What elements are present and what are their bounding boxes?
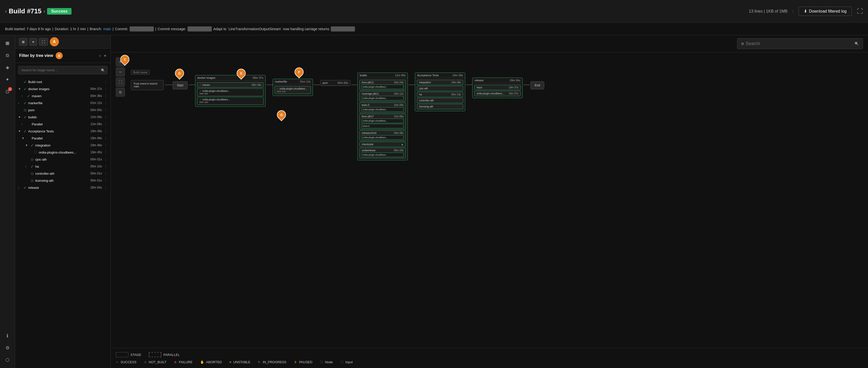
sub-input[interactable]: input 19m 37s <box>474 85 521 90</box>
more-icon[interactable]: ⋮ <box>104 185 107 189</box>
close-icon[interactable]: ✕ <box>104 54 106 58</box>
chevron-down-icon: ▼ <box>18 116 22 119</box>
download-filtered-log-button[interactable]: ⬇ Download filtered log <box>799 6 852 16</box>
more-icon[interactable]: ⋮ <box>104 101 107 105</box>
more-icon[interactable]: ⋮ <box>104 172 107 176</box>
sub-integration-at[interactable]: integration 19m 48s <box>417 80 463 85</box>
tree-item-cjoc-ath[interactable]: ⊖ cjoc-ath 00m 01s ⋮ <box>15 156 111 163</box>
end-node[interactable]: End <box>530 81 544 89</box>
in-progress-label: IN_PROGRESS <box>262 360 286 364</box>
build-started: Build started: 7 days 8 hr ago <box>5 27 51 31</box>
filter-canvas-button[interactable]: ⧉ <box>116 88 125 97</box>
more-icon[interactable]: ⋮ <box>104 80 107 84</box>
pin-g: G <box>277 110 286 119</box>
sidebar-icon-layers[interactable]: ⧉ <box>2 50 13 61</box>
tree-item-pom[interactable]: ⊖ pom 00m 00s ⋮ <box>15 106 111 114</box>
tree-item-ha[interactable]: › ✓ ha 05m 10s ⋮ <box>15 163 111 170</box>
tab-expand[interactable]: ⛶ <box>39 38 48 45</box>
stage-pom[interactable]: pom 00m 00s <box>320 80 350 86</box>
tree-item-licensing-ath[interactable]: ⊖ licensing-ath 00m 01s ⋮ <box>15 177 111 184</box>
branch-link[interactable]: main <box>103 27 111 31</box>
sub-controller-at[interactable]: controller-ath <box>417 98 463 103</box>
sub-cjoc-ath-at[interactable]: cjoc-ath <box>417 86 463 91</box>
sub-checkstyle[interactable]: checkstyle ▲ <box>360 142 406 147</box>
sidebar-icon-info[interactable]: ℹ <box>2 330 13 341</box>
star-icon[interactable]: ☆ <box>99 54 102 58</box>
more-icon[interactable]: ⋮ <box>104 136 107 140</box>
back-arrow[interactable]: ‹ <box>5 8 7 14</box>
tree-item-release[interactable]: › ✓ release 28m 04s ⋮ <box>15 184 111 191</box>
tree-item-markerfile[interactable]: › ✓ markerfile 01m 12s ⋮ <box>15 99 111 106</box>
sub-licensing-at[interactable]: licensing-ath <box>417 104 463 109</box>
tree-item-build-root[interactable]: ✓ Build root ⋮ <box>15 78 111 85</box>
sidebar-icon-history[interactable]: ⊡ 1 <box>2 86 13 97</box>
status-success-icon: ✓ <box>23 101 27 105</box>
branch-label: Branch: <box>90 27 102 31</box>
stage-acceptance-tests[interactable]: Acceptance Tests 19m 49s integration 19m… <box>415 72 465 111</box>
user-avatar[interactable]: A <box>50 37 59 46</box>
duration: Duration: 1 hr 2 min <box>55 27 86 31</box>
sidebar-icon-analytics[interactable]: ◈ <box>2 62 13 73</box>
sub-docker-1[interactable]: ✓ordia-plugin-cloudbees... 09m 08s <box>197 88 264 96</box>
sidebar-icon-dashboard[interactable]: ⊞ <box>2 38 13 49</box>
status-pending-icon: ⊖ <box>23 108 27 112</box>
tree-item-acceptance-tests[interactable]: ▼ ✓ Acceptance Tests 19m 49s ⋮ <box>15 128 111 135</box>
sidebar-icon-link[interactable]: ⬡ <box>2 355 13 366</box>
tree-item-ordia-plugins[interactable]: ☐ ordia-plugins-cloudbees... 19m 45s ⋮ <box>15 149 111 156</box>
more-icon[interactable]: ⋮ <box>104 122 107 126</box>
fullscreen-button[interactable]: ⛶ <box>857 8 863 15</box>
pipeline-canvas[interactable]: + − ⛶ ⧉ C Build cause <box>111 52 868 348</box>
stage-release[interactable]: release 28m 04s input 19m 37s ordia-plug… <box>472 78 523 98</box>
commit-msg-blur: xxxxxxxx <box>188 26 212 31</box>
more-icon[interactable]: ⋮ <box>104 87 107 91</box>
sub-maven[interactable]: ✓maven00m 36s <box>197 82 264 88</box>
sub-ha-at[interactable]: ha 05m 13s <box>417 92 463 97</box>
success-icon: ✓ <box>116 360 119 364</box>
sub-coverage-jdk11[interactable]: coverage-jdk11 10m 12s ordia-plugin-clou… <box>360 91 406 102</box>
stage-builds[interactable]: builds 12m 09s linux-jdk11 10m 24s ordia… <box>358 72 408 160</box>
tree-item-parallel-builds[interactable]: › Parallel 12m 08s ⋮ <box>15 121 111 128</box>
tree-item-integration[interactable]: ▼ ✓ integration 19m 48s ⋮ <box>15 142 111 149</box>
tree-item-controller-ath[interactable]: ⊖ controller-ath 00m 01s ⋮ <box>15 170 111 177</box>
stage-markerfile[interactable]: markerfile 01m 12s ✓ ordia-plugin-cloudb… <box>273 79 313 96</box>
paused-icon: ⏸ <box>294 360 297 364</box>
sub-linux-jdk11[interactable]: linux-jdk11 10m 24s ordia-plugin-cloudbe… <box>360 80 406 90</box>
sub-linux-jdk17[interactable]: linux-jdk17 12m 08s ordia-plugin-cloudbe… <box>360 114 406 130</box>
search-input[interactable] <box>746 41 852 46</box>
more-icon[interactable]: ⋮ <box>104 150 107 154</box>
search-submit-icon[interactable]: 🔍 <box>855 42 859 45</box>
push-event-node[interactable]: Push event to branch main <box>131 80 164 90</box>
more-icon[interactable]: ⋮ <box>104 157 107 161</box>
stage-search-input[interactable] <box>18 66 107 74</box>
tree-item-docker-images[interactable]: ▼ ✓ docker images 00m 37s ⋮ <box>15 85 111 92</box>
start-node[interactable]: Start <box>173 81 188 89</box>
tab-list[interactable]: ≡ <box>29 38 37 45</box>
more-icon[interactable]: ⋮ <box>104 164 107 168</box>
more-icon[interactable]: ⋮ <box>104 179 107 183</box>
sub-tests-0[interactable]: tests-0 10m 09s ordia-plugin-cloudbees..… <box>360 102 406 113</box>
more-icon[interactable]: ⋮ <box>104 129 107 133</box>
tree-item-maven[interactable]: › ✓ maven 00m 36s ⋮ <box>15 92 111 99</box>
more-icon[interactable]: ⋮ <box>104 108 107 112</box>
search-bar: ⧉ 🔍 <box>737 38 863 49</box>
stage-legend-label: STAGE <box>130 353 141 357</box>
sidebar-icon-settings[interactable]: ⚙ <box>2 342 13 354</box>
sub-urdiarelease[interactable]: urdiarelease 05m 29s ordia-plugin-cloudb… <box>360 148 406 158</box>
fit-to-screen-button[interactable]: ⛶ <box>116 78 125 87</box>
sub-release-ordia[interactable]: ordia-plugin-cloudbees... 10m 37s <box>474 91 521 96</box>
panel-header: Filter by tree view B ☆ ✕ <box>15 49 111 63</box>
sidebar-icon-plugins[interactable]: ✦ <box>2 74 13 85</box>
tree-item-parallel-at[interactable]: ▼ Parallel 19m 49s ⋮ <box>15 135 111 142</box>
more-icon[interactable]: ⋮ <box>104 115 107 119</box>
tab-grid[interactable]: ⊞ <box>19 38 27 45</box>
zoom-out-button[interactable]: − <box>116 67 125 76</box>
more-icon[interactable]: ⋮ <box>104 94 107 98</box>
sub-releasecheck[interactable]: releasecheck 04m 08s ordia-plugin-cloudb… <box>360 130 406 141</box>
sub-docker-2[interactable]: ✓ordia-plugin-cloudbees... 09m 18s <box>197 97 264 105</box>
stage-docker-images[interactable]: docker images 00m 37s ✓maven00m 36s <box>195 75 266 107</box>
forward-arrow[interactable]: › <box>43 8 45 14</box>
tree-item-builds[interactable]: ▼ ✓ builds 12m 09s ⋮ <box>15 114 111 121</box>
sub-markerfile[interactable]: ✓ ordia-plugin-cloudbees... 01m 11s <box>275 86 311 94</box>
more-icon[interactable]: ⋮ <box>104 143 107 147</box>
commit-end-blur: xxxxxxxx <box>331 26 355 31</box>
